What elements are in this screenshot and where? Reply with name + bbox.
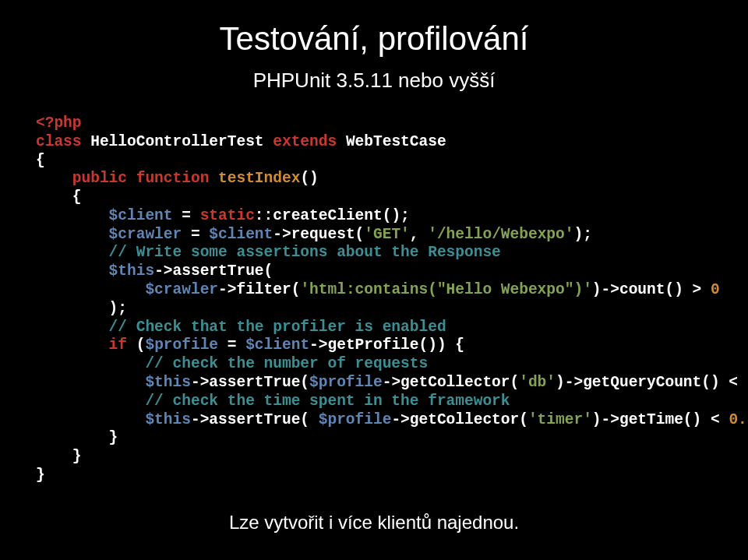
code-var: $client — [36, 207, 182, 224]
code-punct: ( — [136, 336, 146, 354]
code-keyword: if — [36, 336, 136, 354]
code-string: '/hello/Webexpo' — [428, 226, 573, 243]
code-brace: } — [36, 467, 45, 484]
code-call: ->assertTrue( — [191, 374, 309, 391]
code-call: ->filter( — [218, 281, 300, 298]
code-comment: // check the number of requests — [36, 355, 428, 372]
code-var: $profile — [145, 336, 227, 354]
code-keyword: public function — [36, 170, 218, 187]
code-brace: { — [36, 188, 82, 206]
code-var: $profile — [319, 411, 392, 428]
code-string: 'timer' — [528, 411, 592, 428]
slide-title: Testování, profilování — [36, 20, 712, 58]
code-punct: , — [410, 226, 428, 243]
code-punct: () — [300, 170, 318, 187]
code-brace: } — [36, 429, 118, 446]
code-var: $crawler — [36, 281, 218, 298]
code-string: 'html:contains("Hello Webexpo")' — [300, 281, 591, 298]
code-keyword: extends — [273, 133, 346, 150]
code-var: $this — [36, 411, 191, 428]
code-var: $this — [36, 374, 191, 391]
code-brace: } — [36, 448, 82, 465]
code-number: 0.5 — [729, 411, 748, 428]
code-call: ->assertTrue( — [154, 262, 273, 280]
code-call: )->getQueryCount() < — [556, 374, 747, 391]
code-call: ::createClient(); — [255, 207, 410, 224]
code-block: <?php class HelloControllerTest extends … — [36, 114, 712, 485]
code-comment: // Write some assertions about the Respo… — [36, 244, 501, 261]
code-call: ->assertTrue( — [191, 411, 319, 428]
code-class: WebTestCase — [346, 133, 446, 150]
code-string: 'GET' — [364, 226, 410, 243]
code-op: = — [182, 207, 199, 224]
code-keyword: class — [36, 133, 90, 150]
code-var: $this — [36, 262, 154, 280]
code-call: ->getProfile()) { — [309, 336, 464, 354]
code-brace: { — [36, 152, 45, 169]
code-string: 'db' — [519, 374, 556, 391]
code-call: ->request( — [273, 226, 364, 243]
code-call: ->getCollector( — [391, 411, 528, 428]
code-call: )->count() > — [592, 281, 711, 298]
code-var: $profile — [309, 374, 383, 391]
code-var: $client — [245, 336, 309, 354]
code-comment: // check the time spent in the framework — [36, 393, 510, 410]
code-keyword: static — [200, 207, 255, 224]
code-punct: ); — [573, 226, 591, 243]
code-punct: ); — [36, 300, 127, 317]
code-op: = — [191, 226, 209, 243]
code-number: 0 — [711, 281, 720, 298]
code-func: testIndex — [218, 170, 300, 187]
code-op: = — [228, 336, 245, 354]
code-var: $client — [209, 226, 273, 243]
slide-subtitle: PHPUnit 3.5.11 nebo vyšší — [36, 69, 712, 93]
code-call: )->getTime() < — [592, 411, 729, 428]
code-comment: // Check that the profiler is enabled — [36, 319, 446, 336]
code-call: ->getCollector( — [383, 374, 520, 391]
code-tag: <?php — [36, 114, 82, 132]
code-class: HelloControllerTest — [90, 133, 273, 150]
slide: Testování, profilování PHPUnit 3.5.11 ne… — [0, 0, 748, 560]
slide-footer: Lze vytvořit i více klientů najednou. — [0, 512, 748, 534]
code-var: $crawler — [36, 226, 191, 243]
